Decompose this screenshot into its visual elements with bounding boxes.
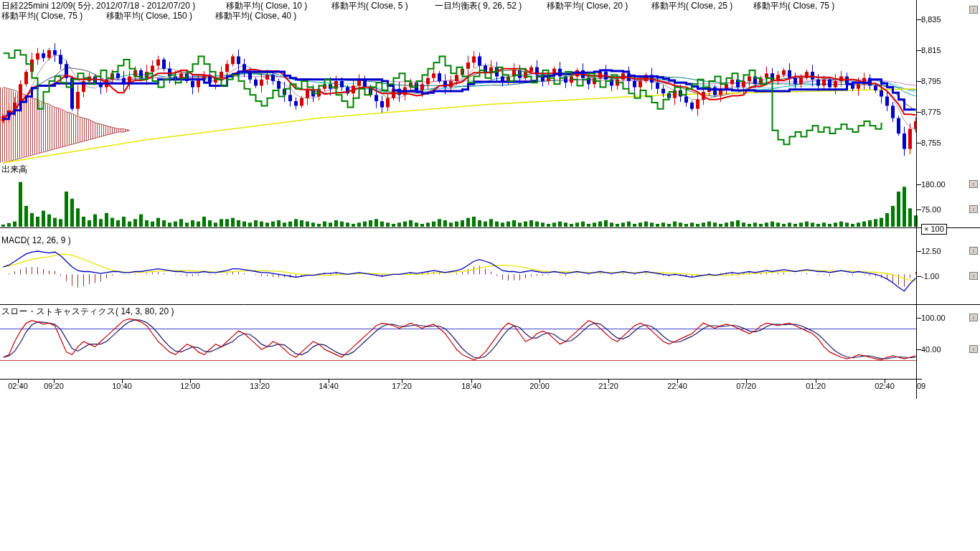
time-axis-label: 10:40 [106, 382, 138, 390]
time-axis-label: 21:20 [593, 382, 624, 390]
stoch-scale-spin-button[interactable]: ↕ [969, 314, 978, 321]
price-axis-label: 8,755 [921, 138, 941, 147]
chart-plot-canvas[interactable] [0, 0, 980, 402]
price-scale-spin-button[interactable]: ↕ [969, 6, 978, 14]
indicator-legend-ma5: 移動平均( Close, 5 ) [331, 1, 408, 11]
chart-title: 日経225mini 12/09( 5分, 2012/07/18 - 2012/0… [1, 1, 195, 11]
indicator-legend-ma20: 移動平均( Close, 20 ) [547, 1, 628, 11]
volume-pane-title: 出来高 [1, 165, 27, 174]
time-axis-label: 09 [913, 382, 930, 390]
stoch-axis-label: 40.00 [921, 345, 941, 354]
indicator-legend-ma75: 移動平均( Close, 75 ) [753, 1, 834, 11]
time-axis-label: 20:00 [524, 382, 555, 390]
volume-multiplier-badge: × 100 [921, 224, 947, 235]
macd-scale-spin-button[interactable]: ↕ [969, 272, 978, 280]
macd-pane-title: MACD( 12, 26, 9 ) [1, 236, 71, 245]
stoch-scale-spin-button[interactable]: ↕ [969, 345, 978, 353]
time-axis-label: 18:40 [456, 382, 487, 390]
indicator-legend-ma25: 移動平均( Close, 25 ) [651, 1, 732, 11]
price-axis-label: 8,815 [921, 46, 941, 55]
indicator-legend-ma75b: 移動平均( Close, 75 ) [1, 11, 83, 21]
indicator-legend-ma40: 移動平均( Close, 40 ) [215, 11, 296, 21]
time-axis-label: 07/20 [730, 382, 762, 390]
indicator-legend-ma10: 移動平均( Close, 10 ) [226, 1, 307, 11]
volume-scale-spin-button[interactable]: ↕ [969, 205, 978, 213]
price-axis-label: 8,795 [921, 77, 941, 85]
time-axis-label: 02:40 [869, 382, 900, 390]
time-axis-label: 09:20 [38, 382, 70, 390]
time-axis-label: 14:40 [313, 382, 344, 390]
price-axis-label: 8,835 [921, 15, 941, 24]
time-axis-label: 13:20 [244, 382, 275, 390]
stoch-pane-title: スロー・ストキャスティクス( 14, 3, 80, 20 ) [1, 307, 174, 316]
time-axis-label: 01:20 [800, 382, 831, 390]
time-axis-label: 17:20 [386, 382, 418, 390]
time-axis-label: 12:00 [174, 382, 206, 390]
stoch-axis-label: 100.00 [921, 314, 946, 322]
macd-scale-spin-button[interactable]: ↕ [969, 247, 978, 255]
price-axis-label: 8,775 [921, 108, 941, 116]
indicator-legend-ma150: 移動平均( Close, 150 ) [106, 11, 192, 21]
volume-axis-label: 180.00 [921, 180, 946, 189]
time-axis-label: 02:40 [2, 382, 34, 390]
time-axis-label: 22:40 [661, 382, 693, 390]
chart-window: 日経225mini 12/09( 5分, 2012/07/18 - 2012/0… [0, 0, 980, 551]
indicator-legend-ichimoku: 一目均衡表( 9, 26, 52 ) [435, 1, 522, 11]
macd-axis-label: 12.50 [921, 247, 941, 255]
macd-axis-label: -1.00 [921, 272, 939, 281]
volume-scale-spin-button[interactable]: ↕ [969, 180, 978, 188]
volume-axis-label: 75.00 [921, 205, 941, 214]
